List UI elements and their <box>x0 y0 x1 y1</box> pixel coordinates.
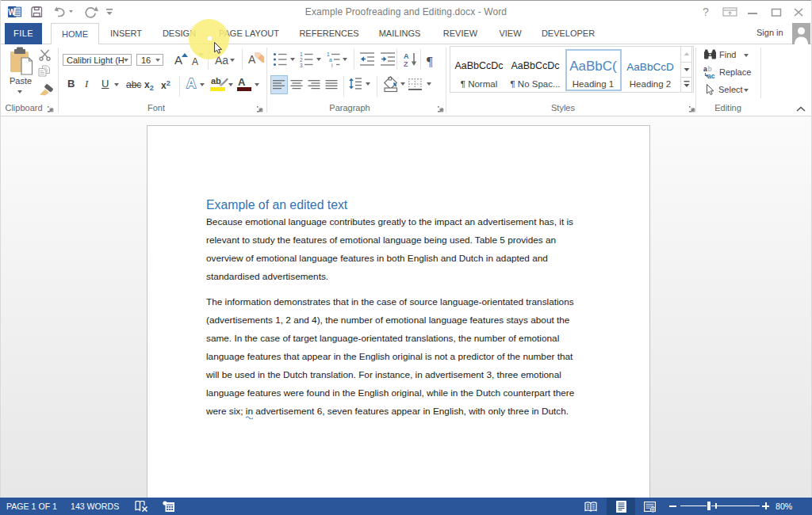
svg-text:A: A <box>404 52 409 60</box>
svg-text:W: W <box>8 8 16 17</box>
svg-text:1: 1 <box>327 52 330 57</box>
svg-text:a: a <box>329 57 332 63</box>
svg-text:Z: Z <box>404 60 408 67</box>
svg-text:3: 3 <box>300 63 303 67</box>
svg-text:2: 2 <box>300 57 303 63</box>
svg-text:1: 1 <box>300 52 303 57</box>
svg-text:?: ? <box>703 6 709 18</box>
svg-text:A: A <box>186 76 196 90</box>
svg-text:ac: ac <box>707 72 715 79</box>
svg-text:¶: ¶ <box>427 54 433 68</box>
svg-text:i: i <box>331 63 332 67</box>
